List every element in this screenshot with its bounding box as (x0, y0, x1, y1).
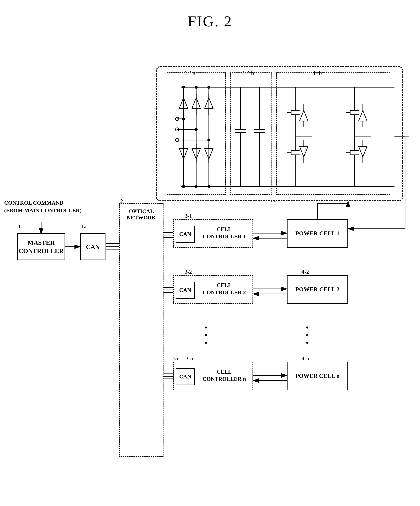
optical-network-box: OPTICALNETWORK (119, 203, 163, 457)
diagram-container: CONTROL COMMAND(FROM MAIN CONTROLLER) MA… (0, 39, 420, 503)
cell-controller-2-label: CELLCONTROLLER 2 (197, 282, 252, 296)
control-command-label: CONTROL COMMAND(FROM MAIN CONTROLLER) (4, 199, 82, 214)
cell-controller-1-label: CELLCONTROLLER 1 (197, 226, 252, 240)
circuit-label-4-1a: 4-1a (184, 69, 195, 77)
page-title: FIG. 2 (0, 0, 420, 30)
circuit-section-a (167, 73, 226, 195)
ref-1a: 1a (81, 223, 86, 230)
cell-controller-n-outer: CAN CELLCONTROLLER n (173, 362, 253, 390)
cell-controller-n-label: CELLCONTROLLER n (197, 368, 252, 383)
ref-3-n: 3-n (186, 355, 193, 362)
ref-3-2: 3-2 (185, 269, 192, 275)
can-ccn-box: CAN (176, 368, 195, 385)
dots-cc: ••• (205, 324, 207, 346)
circuit-section-b (230, 73, 272, 195)
master-controller-box: MASTERCONTROLLER (17, 233, 65, 260)
power-cell-n-box: POWER CELL n (287, 362, 348, 390)
can-cc1-box: CAN (176, 226, 195, 243)
dots-pc: ••• (306, 324, 309, 346)
can-cc2-box: CAN (176, 282, 195, 299)
ref-4-2: 4-2 (302, 269, 309, 275)
power-cell-2-box: POWER CELL 2 (287, 275, 348, 304)
circuit-section-c (276, 73, 390, 195)
optical-network-label: OPTICALNETWORK (127, 208, 156, 221)
ref-3a: 3a (173, 355, 178, 362)
ref-3-1: 3-1 (185, 213, 192, 219)
cell-controller-1-outer: CAN CELLCONTROLLER 1 (173, 219, 253, 248)
circuit-label-4-1c: 4-1c (312, 69, 324, 77)
power-cell-1-box: POWER CELL 1 (287, 219, 348, 248)
cell-controller-2-outer: CAN CELLCONTROLLER 2 (173, 275, 253, 304)
circuit-label-4-1b: 4-1b (242, 69, 254, 77)
can-1a-box: CAN (80, 233, 105, 260)
ref-4-1: 4-1 (271, 198, 278, 204)
ref-4-n: 4-n (302, 355, 309, 362)
ref-1: 1 (18, 223, 21, 230)
